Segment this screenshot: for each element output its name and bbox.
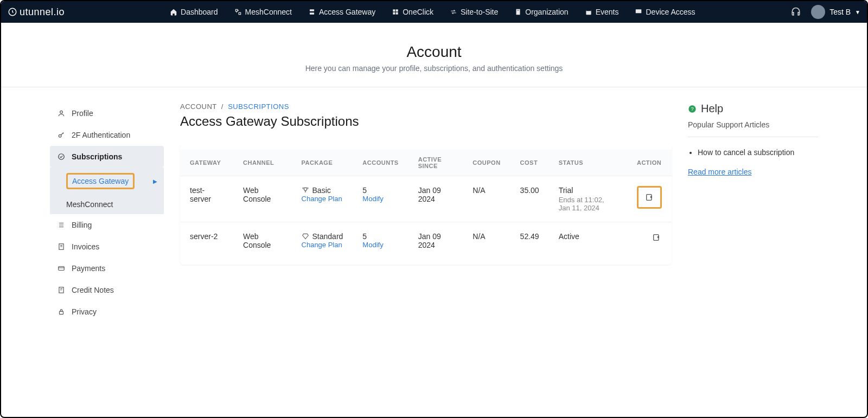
main-column: ACCOUNT / SUBSCRIPTIONS Access Gateway S… xyxy=(180,102,672,323)
nav-meshconnect-label: MeshConnect xyxy=(245,8,292,16)
nav-oneclick[interactable]: OneClick xyxy=(384,1,441,23)
sidebar-sub-access-gateway-label: Access Gateway xyxy=(72,177,129,185)
subscriptions-table: GATEWAY CHANNEL PACKAGE ACCOUNTS ACTIVE … xyxy=(180,150,672,259)
svg-point-15 xyxy=(60,111,63,113)
cancel-subscription-button[interactable] xyxy=(644,192,655,203)
svg-rect-11 xyxy=(519,10,519,11)
nav-device-access[interactable]: Device Access xyxy=(627,1,703,23)
nav-access-gateway[interactable]: Access Gateway xyxy=(301,1,383,23)
sidebar-sub-access-gateway[interactable]: Access Gateway ▶ xyxy=(50,168,164,195)
svg-rect-19 xyxy=(59,267,65,271)
nav-items: Dashboard MeshConnect Access Gateway One… xyxy=(162,1,703,23)
sidebar-profile-label: Profile xyxy=(72,109,93,118)
sidebar-2fa-label: 2F Authentication xyxy=(72,131,130,139)
status-value: Active xyxy=(559,232,617,241)
help-subtitle: Popular Support Articles xyxy=(688,120,818,137)
accounts-value: 5 xyxy=(362,186,398,195)
cell-status: Trial Ends at 11:02, Jan 11, 2024 xyxy=(549,176,627,222)
help-title-row: ? Help xyxy=(688,102,818,115)
cell-coupon: N/A xyxy=(463,222,510,260)
sidebar-item-privacy[interactable]: Privacy xyxy=(50,301,164,323)
sidebar: Profile 2F Authentication Subscriptions … xyxy=(50,102,164,323)
user-menu[interactable]: Test B ▼ xyxy=(811,5,860,19)
sidebar-billing-label: Billing xyxy=(72,221,92,229)
sidebar-sub-meshconnect[interactable]: MeshConnect xyxy=(50,195,164,214)
sidebar-item-invoices[interactable]: Invoices xyxy=(50,236,164,258)
brand-logo[interactable]: utunnel.io xyxy=(8,7,65,18)
svg-rect-3 xyxy=(310,9,314,11)
breadcrumb-current[interactable]: SUBSCRIPTIONS xyxy=(228,102,289,111)
svg-rect-9 xyxy=(516,9,520,15)
table-row: test-server Web Console Basic Change Pla… xyxy=(180,176,672,222)
nav-events[interactable]: Events xyxy=(577,1,627,23)
highlight-access-gateway: Access Gateway xyxy=(66,173,135,189)
modify-link[interactable]: Modify xyxy=(362,241,398,249)
change-plan-link[interactable]: Change Plan xyxy=(302,241,343,249)
cell-active-since: Jan 09 2024 xyxy=(409,176,463,222)
sidebar-invoices-label: Invoices xyxy=(72,242,99,251)
swap-icon xyxy=(450,8,457,16)
cell-gateway: server-2 xyxy=(180,222,233,260)
svg-rect-8 xyxy=(396,12,398,15)
cell-channel: Web Console xyxy=(233,222,292,260)
nav-dashboard[interactable]: Dashboard xyxy=(162,1,226,23)
cell-gateway: test-server xyxy=(180,176,233,222)
svg-text:?: ? xyxy=(691,106,693,112)
svg-rect-4 xyxy=(310,12,314,15)
th-accounts: ACCOUNTS xyxy=(353,150,408,176)
th-action: ACTION xyxy=(627,150,672,176)
cell-accounts: 5 Modify xyxy=(353,176,408,222)
nav-organization-label: Organization xyxy=(525,8,568,16)
breadcrumb-root[interactable]: ACCOUNT xyxy=(180,102,217,111)
sidebar-subscriptions-label: Subscriptions xyxy=(72,152,122,161)
mesh-icon xyxy=(234,8,242,16)
nav-oneclick-label: OneClick xyxy=(403,8,433,16)
sidebar-item-payments[interactable]: Payments xyxy=(50,258,164,279)
sidebar-item-credit-notes[interactable]: Credit Notes xyxy=(50,279,164,301)
sidebar-item-billing[interactable]: Billing xyxy=(50,214,164,236)
nav-site-to-site[interactable]: Site-to-Site xyxy=(442,1,506,23)
svg-rect-1 xyxy=(235,9,238,11)
change-plan-link[interactable]: Change Plan xyxy=(302,195,343,203)
user-icon xyxy=(58,110,65,117)
file-icon xyxy=(58,243,65,250)
svg-rect-2 xyxy=(239,12,241,15)
trophy-icon xyxy=(302,187,309,194)
svg-rect-6 xyxy=(396,9,398,11)
sidebar-item-subscriptions[interactable]: Subscriptions xyxy=(50,146,164,168)
cell-action xyxy=(627,176,672,222)
sidebar-sub-group: Access Gateway ▶ MeshConnect xyxy=(50,168,164,214)
help-article-item[interactable]: How to cancel a subscription xyxy=(698,146,818,159)
read-more-link[interactable]: Read more articles xyxy=(688,168,818,176)
th-channel: CHANNEL xyxy=(233,150,292,176)
th-active-since: ACTIVE SINCE xyxy=(409,150,463,176)
nav-meshconnect[interactable]: MeshConnect xyxy=(227,1,299,23)
server-icon xyxy=(308,8,316,16)
nav-organization[interactable]: Organization xyxy=(507,1,576,23)
nav-access-gateway-label: Access Gateway xyxy=(319,8,375,16)
modify-link[interactable]: Modify xyxy=(362,195,398,203)
nav-right: Test B ▼ xyxy=(790,5,860,19)
calendar-icon xyxy=(585,8,592,16)
svg-point-16 xyxy=(59,134,61,137)
sidebar-item-2fa[interactable]: 2F Authentication xyxy=(50,124,164,146)
breadcrumb: ACCOUNT / SUBSCRIPTIONS xyxy=(180,102,672,111)
avatar xyxy=(811,5,825,19)
question-circle-icon: ? xyxy=(688,105,697,113)
cancel-subscription-button[interactable] xyxy=(651,232,662,243)
accounts-value: 5 xyxy=(362,232,398,241)
highlight-action xyxy=(637,186,662,209)
page-title: Account xyxy=(1,43,867,61)
sidebar-item-profile[interactable]: Profile xyxy=(50,102,164,124)
cell-package: Standard Change Plan xyxy=(292,222,353,260)
chevron-right-icon: ▶ xyxy=(153,178,157,184)
svg-rect-5 xyxy=(393,9,395,11)
svg-rect-10 xyxy=(518,10,518,11)
headset-icon[interactable] xyxy=(790,7,801,17)
cell-coupon: N/A xyxy=(463,176,510,222)
lock-icon xyxy=(58,308,65,316)
status-value: Trial xyxy=(559,186,617,195)
sidebar-credit-notes-label: Credit Notes xyxy=(72,286,114,294)
svg-rect-7 xyxy=(393,12,395,15)
lock-shield-icon xyxy=(8,7,17,17)
